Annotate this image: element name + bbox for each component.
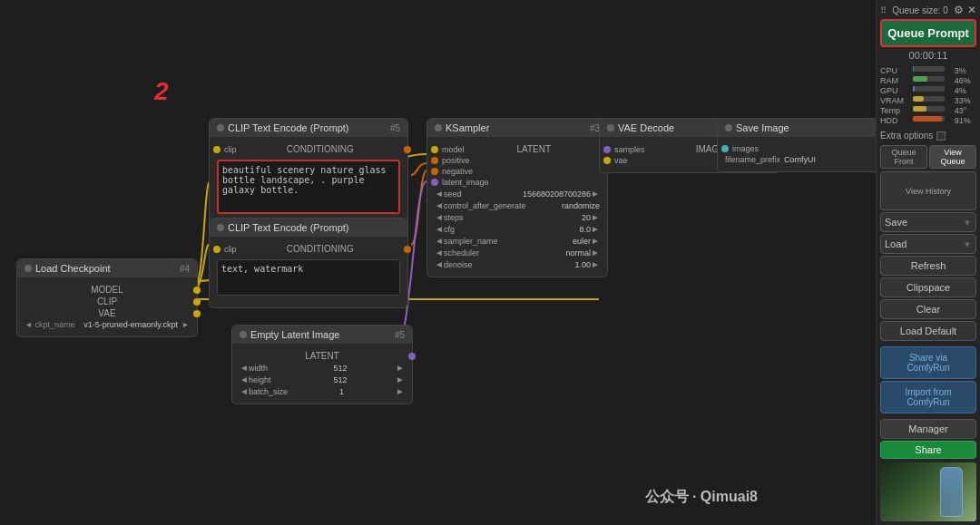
latent-batch-row[interactable]: ◄ batch_size 1 ► xyxy=(240,386,405,396)
save-arrow-icon: ▼ xyxy=(963,218,972,228)
latent-batch-left[interactable]: ◄ xyxy=(240,386,249,396)
ksampler-positive-row: positive xyxy=(435,156,600,165)
latent-width-left[interactable]: ◄ xyxy=(240,363,249,373)
save-prefix-val: ComfyUI xyxy=(784,155,816,164)
queue-header: ⠿ Queue size: 0 ⚙ ✕ xyxy=(880,4,976,16)
ksampler-positive-port xyxy=(431,157,438,164)
clip1-title: CLIP Text Encode (Prompt) #5 xyxy=(210,119,407,137)
latent-height-row[interactable]: ◄ height 512 ► xyxy=(240,374,405,384)
vae-port xyxy=(193,310,201,317)
hdd-bar-fill xyxy=(913,116,942,122)
checkpoint-ckpt-row[interactable]: ◄ ckpt_name v1-5-pruned-emaonly.ckpt ► xyxy=(24,320,190,329)
ksampler-model-row: model LATENT xyxy=(435,144,600,154)
queue-prompt-button[interactable]: Queue Prompt xyxy=(880,19,976,47)
latent-height-right[interactable]: ► xyxy=(396,374,405,384)
ksampler-steps-row[interactable]: ◄ steps 20 ► xyxy=(435,212,600,222)
ksampler-steps-val: 20 xyxy=(494,213,591,222)
load-default-button[interactable]: Load Default xyxy=(880,321,976,341)
drag-handle-icon: ⠿ xyxy=(880,5,887,15)
ksampler-cfg-row[interactable]: ◄ cfg 8.0 ► xyxy=(435,224,600,234)
checkpoint-id: #4 xyxy=(180,264,190,274)
ksampler-latent-input-label: latent_image xyxy=(442,178,489,187)
manager-button[interactable]: Manager xyxy=(880,419,976,439)
checkpoint-model-row: MODEL xyxy=(24,285,190,295)
latent-batch-right[interactable]: ► xyxy=(396,386,405,396)
clear-button[interactable]: Clear xyxy=(880,299,976,319)
ksampler-sampler-right[interactable]: ► xyxy=(591,236,600,246)
temp-bar-bg xyxy=(913,106,945,112)
clip2-output-label: CONDITIONING xyxy=(287,244,354,254)
ksampler-scheduler-left[interactable]: ◄ xyxy=(435,248,444,258)
ksampler-sampler-left[interactable]: ◄ xyxy=(435,236,444,246)
clip1-title-label: CLIP Text Encode (Prompt) xyxy=(228,122,349,133)
ram-label: RAM xyxy=(880,76,909,85)
vae-decode-title-label: VAE Decode xyxy=(618,122,674,133)
ksampler-seed-left[interactable]: ◄ xyxy=(435,189,444,199)
hdd-label: HDD xyxy=(880,116,909,125)
tab-view-queue[interactable]: View Queue xyxy=(929,145,976,169)
latent-height-label: height xyxy=(249,375,285,384)
clip2-title-label: CLIP Text Encode (Prompt) xyxy=(228,222,349,233)
ksampler-sampler-row[interactable]: ◄ sampler_name euler ► xyxy=(435,236,600,246)
gpu-bar-bg xyxy=(913,86,945,92)
ksampler-scheduler-row[interactable]: ◄ scheduler normal ► xyxy=(435,248,600,258)
cpu-bar-bg xyxy=(913,66,945,72)
ksampler-steps-right[interactable]: ► xyxy=(591,212,600,222)
ksampler-title-label: KSampler xyxy=(446,122,489,133)
extra-options-checkbox[interactable] xyxy=(936,131,946,141)
ksampler-scheduler-right[interactable]: ► xyxy=(591,248,600,258)
ksampler-scheduler-label: scheduler xyxy=(444,248,494,258)
ksampler-latent-input-row: latent_image xyxy=(435,178,600,187)
timer-display: 00:00:11 xyxy=(880,50,976,61)
ksampler-denoise-left[interactable]: ◄ xyxy=(435,259,444,269)
ksampler-denoise-right[interactable]: ► xyxy=(591,259,600,269)
ram-bar-bg xyxy=(913,76,945,82)
latent-height-left[interactable]: ◄ xyxy=(240,374,249,384)
tab-view-history[interactable]: View History xyxy=(880,171,976,210)
gear-icon[interactable]: ⚙ xyxy=(954,4,964,16)
save-image-body: images filename_prefix ComfyUI xyxy=(718,137,876,171)
clip2-textarea[interactable]: text, watermark xyxy=(217,259,400,296)
ksampler-steps-left[interactable]: ◄ xyxy=(435,212,444,222)
node-save-image: Save Image #9 images filename_prefix Com… xyxy=(717,118,876,172)
ksampler-seed-right[interactable]: ► xyxy=(591,189,600,199)
load-button[interactable]: Load ▼ xyxy=(880,234,976,254)
save-button[interactable]: Save ▼ xyxy=(880,212,976,232)
ksampler-cag-row[interactable]: ◄ control_after_generate randomize xyxy=(435,200,600,210)
clip-label: CLIP xyxy=(97,297,117,306)
save-label: Save xyxy=(885,217,907,228)
vram-label: VRAM xyxy=(880,96,909,105)
refresh-button[interactable]: Refresh xyxy=(880,256,976,276)
latent-width-row[interactable]: ◄ width 512 ► xyxy=(240,363,405,373)
ksampler-denoise-label: denoise xyxy=(444,260,494,269)
hdd-value: 91% xyxy=(955,116,976,125)
clipspace-button[interactable]: Clipspace xyxy=(880,277,976,297)
tab-queue-front[interactable]: Queue Front xyxy=(880,145,927,169)
ksampler-denoise-row[interactable]: ◄ denoise 1.00 ► xyxy=(435,259,600,269)
import-comfyrun-button[interactable]: Import fromComfyRun xyxy=(880,381,976,413)
clip1-body: clip CONDITIONING beautiful scenery natu… xyxy=(210,137,407,226)
close-icon[interactable]: ✕ xyxy=(967,4,976,16)
save-prefix-row: filename_prefix ComfyUI xyxy=(725,155,876,164)
divider-2 xyxy=(880,414,976,418)
clip1-dot xyxy=(217,124,224,131)
ksampler-seed-label: seed xyxy=(444,190,494,199)
vram-bar-fill xyxy=(913,96,924,102)
ckpt-arrow[interactable]: ► xyxy=(181,320,190,329)
clip2-dot xyxy=(217,224,224,231)
ksampler-cag-left[interactable]: ◄ xyxy=(435,200,444,210)
queue-icons: ⚙ ✕ xyxy=(954,4,976,16)
ksampler-cfg-left[interactable]: ◄ xyxy=(435,224,444,234)
latent-width-right[interactable]: ► xyxy=(396,363,405,373)
latent-output-port xyxy=(408,353,416,360)
save-image-title-label: Save Image xyxy=(736,122,789,133)
share2-button[interactable]: Share xyxy=(880,441,976,459)
gpu-label: GPU xyxy=(880,86,909,95)
share-comfyrun-button[interactable]: Share viaComfyRun xyxy=(880,346,976,379)
clip1-textarea[interactable]: beautiful scenery nature glass bottle la… xyxy=(217,160,400,214)
ksampler-seed-row[interactable]: ◄ seed 156680208700286 ► xyxy=(435,189,600,199)
ksampler-latent-input-port xyxy=(431,179,438,186)
load-arrow-icon: ▼ xyxy=(963,239,972,249)
canvas-area: 2 Load Checkpoint #4 MODEL CLIP VAE ◄ ck… xyxy=(0,0,876,525)
ksampler-cfg-right[interactable]: ► xyxy=(591,224,600,234)
